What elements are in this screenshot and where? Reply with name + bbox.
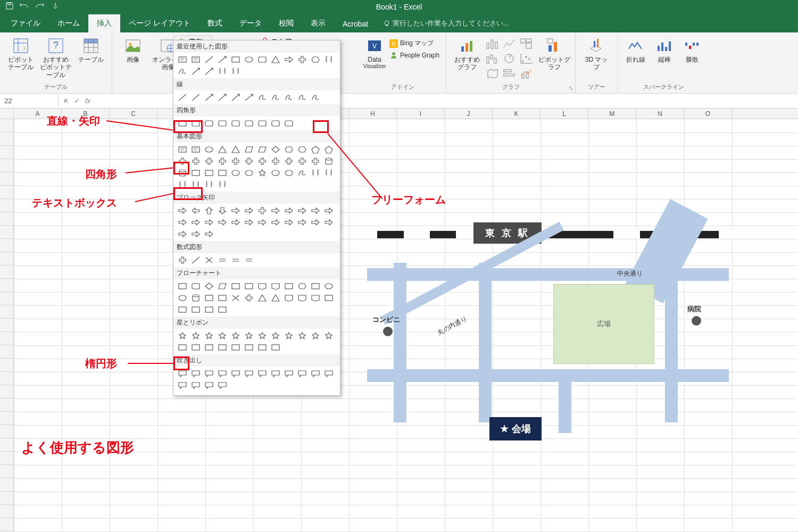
bar-chart-icon[interactable] [503,68,519,81]
shape-item[interactable] [242,54,255,65]
row-header[interactable] [0,438,14,452]
shape-item[interactable] [255,292,269,304]
shape-item[interactable] [202,118,215,129]
pivotchart-button[interactable]: ピボットグラフ [538,35,571,71]
scatter-chart-icon[interactable] [520,53,536,66]
row-header[interactable] [0,279,14,292]
tab-data[interactable]: データ [231,14,270,32]
shape-item[interactable] [189,292,202,304]
shape-item[interactable] [202,280,215,292]
tab-acrobat[interactable]: Acrobat [334,15,377,32]
shape-item[interactable] [215,292,229,304]
shape-item[interactable] [202,254,215,266]
shape-item[interactable] [282,54,295,65]
shape-item[interactable] [322,292,335,304]
shape-item[interactable] [255,368,269,379]
sparkline-line-button[interactable]: 折れ線 [622,35,650,63]
column-header[interactable]: N [636,109,684,119]
row-header[interactable] [0,172,14,186]
shape-item[interactable] [269,118,282,129]
row-header[interactable] [0,412,14,425]
shape-item[interactable] [269,368,282,379]
shape-item[interactable] [189,217,202,228]
shape-item[interactable] [255,144,269,155]
touch-mode-icon[interactable] [51,2,60,12]
row-header[interactable] [0,478,14,492]
shape-item[interactable] [322,144,335,155]
shape-item[interactable] [202,54,215,65]
row-header[interactable] [0,385,14,398]
shape-item[interactable] [176,54,189,65]
shape-item[interactable] [282,155,295,167]
pivot-table-button[interactable]: ピボットテーブル [4,35,37,71]
shape-item[interactable] [255,54,269,65]
shape-item[interactable] [295,155,309,167]
row-header[interactable] [0,119,14,132]
shape-item[interactable] [189,368,202,379]
combo-chart-icon[interactable] [520,68,536,81]
shape-item[interactable] [229,292,242,304]
shape-item[interactable] [282,280,295,292]
shape-item[interactable] [322,217,335,228]
shape-item[interactable] [322,368,335,379]
shape-item[interactable] [309,92,322,103]
row-header[interactable] [0,212,14,226]
row-header[interactable] [0,452,14,465]
shape-item[interactable] [176,292,189,304]
tab-review[interactable]: 校閲 [270,14,302,32]
name-box[interactable]: 22 [0,96,59,106]
shape-item[interactable] [229,144,242,155]
shape-item[interactable] [202,92,215,103]
row-header[interactable] [0,465,14,478]
line-chart-icon[interactable] [503,38,519,52]
shape-item[interactable] [189,155,202,167]
shape-item[interactable] [176,217,189,228]
row-header[interactable] [0,518,14,531]
row-header[interactable] [0,199,14,212]
shape-item[interactable] [176,228,189,240]
shape-item[interactable] [255,280,269,292]
shape-item[interactable] [215,65,229,77]
column-chart-icon[interactable] [486,38,502,52]
tell-me-search[interactable]: 実行したい作業を入力してください... [383,19,509,32]
shape-item[interactable] [189,144,202,155]
hierarchy-chart-icon[interactable] [520,38,536,52]
shape-item[interactable] [202,179,215,190]
shape-item[interactable] [295,368,309,379]
shape-item[interactable] [242,205,255,217]
column-header[interactable]: O [684,109,732,119]
shape-item[interactable] [295,330,309,342]
shape-item[interactable] [176,330,189,342]
shape-item[interactable] [322,155,335,167]
row-header[interactable] [0,239,14,252]
table-button[interactable]: テーブル [74,35,107,63]
shape-item[interactable] [269,205,282,217]
shape-item[interactable] [295,205,309,217]
shape-item[interactable] [295,292,309,304]
data-visualizer-button[interactable]: V DataVisualizer [364,35,385,70]
shape-item[interactable] [229,280,242,292]
shape-item[interactable] [269,144,282,155]
shape-item[interactable] [322,167,335,179]
shape-item[interactable] [229,205,242,217]
shape-item[interactable] [255,330,269,342]
shape-item[interactable] [202,65,215,77]
shape-item[interactable] [255,342,269,353]
row-header[interactable] [0,265,14,279]
shape-item[interactable] [255,92,269,103]
shape-item[interactable] [202,205,215,217]
shape-item[interactable] [229,167,242,179]
shape-item[interactable] [269,292,282,304]
shape-item[interactable] [189,342,202,353]
shape-item[interactable] [269,54,282,65]
column-header[interactable]: J [445,109,493,119]
shape-item[interactable] [189,280,202,292]
shape-item[interactable] [215,54,229,65]
shape-item[interactable] [202,330,215,342]
shape-item[interactable] [189,254,202,266]
shape-item[interactable] [322,280,335,292]
shape-item[interactable] [269,280,282,292]
shape-item[interactable] [242,155,255,167]
row-header[interactable] [0,492,14,505]
recommended-pivot-button[interactable]: ? おすすめピボットテーブル [39,35,72,79]
